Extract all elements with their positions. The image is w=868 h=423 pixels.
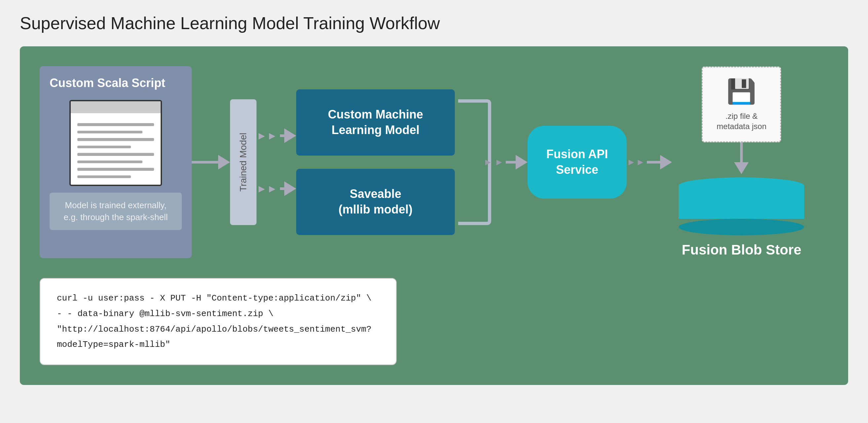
floppy-icon: 💾 — [726, 78, 756, 106]
scala-script-box: Custom Scala Script Model is trained ext… — [40, 66, 192, 258]
script-line-4 — [78, 146, 131, 149]
cylinder-top — [679, 177, 804, 194]
main-flow: Custom Scala Script Model is trained ext… — [40, 66, 828, 258]
down-arrow-shaft — [740, 142, 743, 162]
middle-boxes: Custom MachineLearning Model Saveable(ml… — [296, 89, 455, 235]
top-arrow-head — [284, 129, 296, 143]
bracket-chevron-right: ► — [495, 157, 504, 167]
double-chevron-bottom: ►► — [256, 184, 277, 194]
command-line-1: curl -u user:pass - X PUT -H "Content-ty… — [57, 293, 372, 303]
saveable-title: Saveable(mllib model) — [339, 186, 412, 218]
scala-description: Model is trained externally, e.g. throug… — [50, 193, 182, 230]
blob-store-title: Fusion Blob Store — [682, 242, 802, 258]
command-line-3: "http://localhost:8764/api/apollo/blobs/… — [57, 325, 372, 350]
split-arrows: ►► ►► — [256, 89, 296, 235]
arrow-head-1 — [218, 155, 230, 169]
bottom-arrow-head — [284, 181, 296, 196]
zip-label: .zip file & metadata json — [713, 111, 770, 132]
api-chevron-1: ► — [627, 157, 636, 167]
down-arrow-head — [734, 162, 749, 174]
script-line-8 — [78, 175, 131, 178]
down-arrow — [734, 142, 749, 174]
script-line-3 — [78, 138, 154, 141]
script-line-5 — [78, 153, 154, 156]
script-line-1 — [78, 123, 154, 126]
api-arrow-head — [660, 155, 672, 169]
script-line-6 — [78, 161, 143, 164]
diagram-area: Custom Scala Script Model is trained ext… — [20, 46, 848, 385]
bracket-chevron-left: ► — [484, 157, 493, 167]
trained-model-label: Trained Model — [230, 99, 256, 225]
command-line-2: - - data-binary @mllib-svm-sentiment.zip… — [57, 309, 273, 319]
page-title: Supervised Machine Learning Model Traini… — [20, 13, 848, 33]
command-box: curl -u user:pass - X PUT -H "Content-ty… — [40, 278, 397, 365]
top-split-arrow: ►► — [256, 129, 296, 143]
cylinder-bottom — [679, 219, 804, 235]
api-arrow-shaft — [647, 161, 660, 164]
blob-store-section: Fusion Blob Store — [672, 177, 811, 258]
right-column: 💾 .zip file & metadata json Fusion Blob … — [672, 66, 811, 258]
script-line-7 — [78, 168, 154, 171]
double-chevron-top: ►► — [256, 131, 277, 141]
bracket-exit-shaft — [506, 161, 516, 164]
bottom-split-arrow: ►► — [256, 181, 296, 196]
script-line-2 — [78, 131, 143, 134]
bracket-connector: ► ► — [455, 89, 528, 235]
top-arrow-shaft — [280, 134, 284, 137]
fusion-api-title: Fusion APIService — [547, 147, 608, 178]
bracket-exit-head — [516, 155, 528, 169]
api-chevron-2: ► — [636, 157, 645, 167]
arrow-shaft-1 — [192, 161, 218, 164]
scala-script-title: Custom Scala Script — [50, 76, 165, 90]
scala-to-connector-arrow — [192, 155, 230, 169]
bracket-exit-arrow: ► ► — [484, 155, 528, 169]
command-text: curl -u user:pass - X PUT -H "Content-ty… — [57, 291, 379, 352]
ml-model-box: Custom MachineLearning Model — [296, 89, 455, 156]
api-to-zip-arrow: ► ► — [627, 155, 672, 169]
script-icon — [69, 100, 162, 186]
blob-cylinder — [679, 177, 804, 235]
saveable-box: Saveable(mllib model) — [296, 169, 455, 235]
ml-model-title: Custom MachineLearning Model — [328, 107, 423, 138]
fusion-api-box: Fusion APIService — [528, 126, 627, 199]
zip-box: 💾 .zip file & metadata json — [702, 66, 781, 142]
trained-model-section: Trained Model ►► ►► — [230, 89, 296, 235]
bottom-arrow-shaft — [280, 187, 284, 190]
